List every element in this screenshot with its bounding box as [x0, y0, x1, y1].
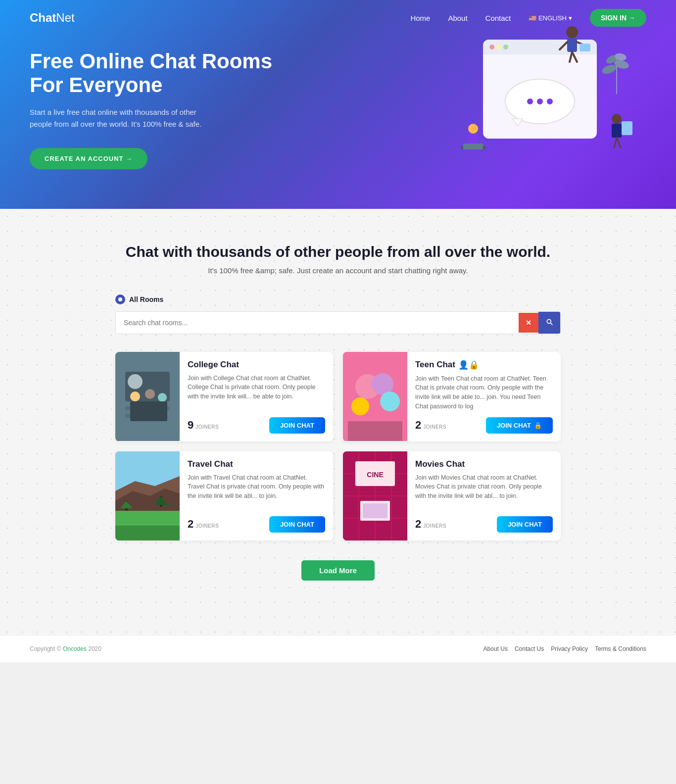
footer-about-link[interactable]: About Us: [483, 645, 508, 652]
college-join-button[interactable]: JOIN CHAT: [269, 417, 325, 434]
svg-rect-23: [612, 124, 622, 138]
svg-rect-69: [363, 503, 387, 518]
svg-point-38: [145, 389, 155, 399]
college-chat-title: College Chat: [188, 360, 325, 370]
footer-links: About Us Contact Us Privacy Policy Terms…: [483, 645, 646, 652]
college-chat-body: College Chat Join with College Chat chat…: [180, 352, 333, 441]
all-rooms-label: All Rooms: [129, 295, 163, 303]
movies-chat-desc: Join with Movies Chat chat room at ChatN…: [415, 473, 553, 510]
teen-lock-icons: 👤🔒: [458, 360, 479, 370]
footer-copyright: Copyright © Oncodes 2020: [30, 645, 101, 652]
travel-chat-card: Travel Chat Join with Travel Chat chat r…: [115, 451, 333, 540]
navbar: ChatNet Home About Contact 🇺🇸 ENGLISH ▾ …: [0, 0, 676, 36]
movies-chat-footer: 2 JOINERS JOIN CHAT: [415, 516, 553, 533]
teen-chat-title: Teen Chat 👤🔒: [415, 360, 553, 370]
svg-line-25: [614, 138, 617, 147]
svg-text:CINE: CINE: [367, 471, 383, 479]
svg-point-28: [601, 63, 618, 75]
main-section: Chat with thousands of other people from…: [0, 209, 676, 635]
travel-chat-desc: Join with Travel Chat chat room at ChatN…: [188, 473, 325, 510]
cards-grid: College Chat Join with College Chat chat…: [115, 352, 561, 540]
logo-light: Net: [56, 11, 74, 24]
all-rooms-dot: [115, 294, 125, 304]
search-input[interactable]: [116, 313, 519, 333]
travel-chat-footer: 2 JOINERS JOIN CHAT: [188, 516, 325, 533]
nav-contact[interactable]: Contact: [485, 14, 511, 22]
teen-joiners: 2 JOINERS: [415, 419, 446, 432]
svg-point-46: [380, 392, 400, 411]
svg-rect-12: [567, 38, 577, 52]
travel-joiners: 2 JOINERS: [188, 518, 219, 531]
section-subtext: It's 100% free &amp; safe. Just create a…: [30, 266, 646, 275]
create-account-button[interactable]: CREATE AN ACCOUNT →: [30, 148, 147, 169]
footer-contact-link[interactable]: Contact Us: [515, 645, 544, 652]
teen-chat-image: [343, 352, 407, 441]
hero-content: Free Online Chat Rooms For Everyone Star…: [30, 49, 277, 169]
svg-point-4: [496, 45, 501, 49]
svg-rect-47: [348, 421, 402, 441]
svg-point-3: [489, 45, 494, 49]
svg-point-22: [612, 114, 622, 124]
load-more-section: Load More: [115, 560, 561, 581]
hero-illustration: [438, 15, 646, 193]
language-selector[interactable]: 🇺🇸 ENGLISH ▾: [529, 14, 572, 22]
svg-point-10: [547, 98, 553, 104]
college-chat-footer: 9 JOINERS JOIN CHAT: [188, 417, 325, 434]
travel-join-button[interactable]: JOIN CHAT: [269, 516, 325, 533]
svg-point-37: [130, 392, 140, 401]
teen-chat-desc: Join with Teen Chat chat room at ChatNet…: [415, 374, 553, 411]
movies-join-button[interactable]: JOIN CHAT: [497, 516, 553, 533]
travel-chat-title: Travel Chat: [188, 459, 325, 469]
logo-bold: Chat: [30, 11, 56, 24]
svg-point-9: [537, 98, 543, 104]
travel-chat-image: [115, 451, 180, 540]
all-rooms-bar: All Rooms: [115, 294, 561, 304]
svg-rect-21: [463, 144, 483, 149]
college-joiners: 9 JOINERS: [188, 419, 219, 432]
svg-rect-53: [115, 526, 180, 540]
svg-point-39: [158, 393, 167, 402]
nav-links: Home About Contact 🇺🇸 ENGLISH ▾ SIGN IN …: [410, 9, 646, 27]
load-more-button[interactable]: Load More: [301, 560, 375, 581]
footer-terms-link[interactable]: Terms & Conditions: [595, 645, 646, 652]
movies-chat-title: Movies Chat: [415, 459, 553, 469]
search-go-button[interactable]: [538, 312, 560, 334]
svg-rect-24: [622, 121, 632, 135]
teen-join-lock-icon: 🔒: [534, 422, 542, 429]
hero-subtitle: Start a live free chat online with thous…: [30, 106, 218, 130]
svg-point-18: [468, 124, 478, 134]
svg-point-45: [351, 397, 369, 415]
movies-chat-body: Movies Chat Join with Movies Chat chat r…: [407, 451, 561, 540]
teen-chat-footer: 2 JOINERS JOIN CHAT 🔒: [415, 417, 553, 434]
svg-point-5: [503, 45, 508, 49]
movies-chat-card: CINE Movies Chat Join with Movies Chat c…: [343, 451, 561, 540]
logo: ChatNet: [30, 11, 75, 25]
nav-home[interactable]: Home: [410, 14, 430, 22]
teen-join-button[interactable]: JOIN CHAT 🔒: [486, 417, 553, 434]
signin-button[interactable]: SIGN IN →: [590, 9, 646, 27]
svg-rect-17: [579, 44, 590, 51]
nav-about[interactable]: About: [448, 14, 467, 22]
svg-point-34: [128, 374, 143, 389]
college-chat-card: College Chat Join with College Chat chat…: [115, 352, 333, 441]
svg-rect-40: [130, 401, 167, 421]
footer-brand-link[interactable]: Oncodes: [63, 645, 87, 652]
movies-joiners: 2 JOINERS: [415, 518, 446, 531]
svg-point-8: [527, 98, 533, 104]
college-chat-desc: Join with College Chat chat room at Chat…: [188, 374, 325, 411]
search-clear-button[interactable]: ✕: [519, 313, 538, 333]
footer: Copyright © Oncodes 2020 About Us Contac…: [0, 635, 676, 662]
college-chat-image: [115, 352, 180, 441]
teen-chat-body: Teen Chat 👤🔒 Join with Teen Chat chat ro…: [407, 352, 561, 441]
movies-chat-image: CINE: [343, 451, 407, 540]
hero-title: Free Online Chat Rooms For Everyone: [30, 49, 277, 98]
travel-chat-body: Travel Chat Join with Travel Chat chat r…: [180, 451, 333, 540]
search-bar: ✕: [115, 311, 561, 334]
teen-chat-card: Teen Chat 👤🔒 Join with Teen Chat chat ro…: [343, 352, 561, 441]
section-heading: Chat with thousands of other people from…: [30, 244, 646, 260]
footer-privacy-link[interactable]: Privacy Policy: [551, 645, 588, 652]
svg-line-26: [617, 138, 621, 147]
